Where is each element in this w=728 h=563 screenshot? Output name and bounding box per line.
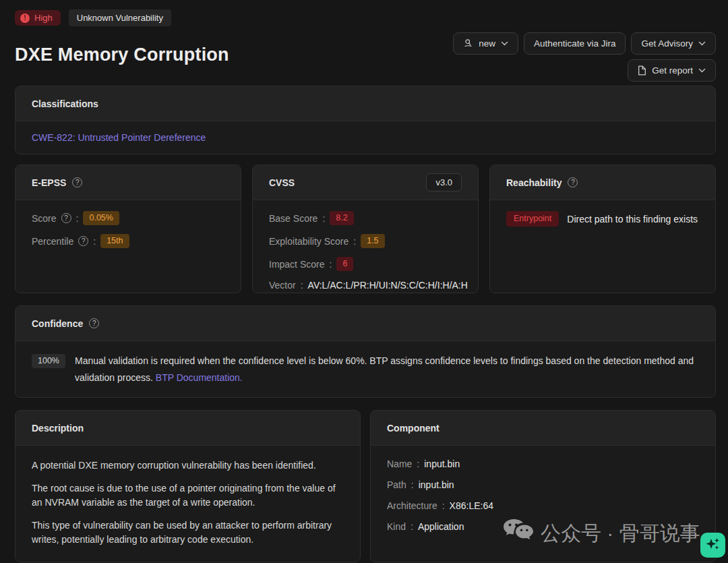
reachability-card: Reachability ? Entrypoint Direct path to… <box>489 165 716 293</box>
help-icon[interactable]: ? <box>72 177 82 187</box>
name-label: Name <box>387 458 412 469</box>
cvss-base-row: Base Score : 8.2 <box>269 211 462 225</box>
cvss-impact-row: Impact Score : 6 <box>269 257 462 271</box>
component-architecture-row: Architecture: X86:LE:64 <box>387 500 699 511</box>
classifications-card: Classifications CWE-822: Untrusted Point… <box>15 86 716 154</box>
action-buttons-row-2: Get report <box>628 59 716 82</box>
vector-value: AV:L/AC:L/PR:H/UI:N/S:C/C:H/I:H/A:H <box>308 280 468 291</box>
help-icon[interactable]: ? <box>78 236 88 246</box>
description-paragraph: A potential DXE memory corruption vulner… <box>32 458 344 473</box>
kind-value: Application <box>418 521 464 532</box>
entrypoint-badge: Entrypoint <box>506 211 559 227</box>
name-value: input.bin <box>424 458 460 469</box>
classifications-body: CWE-822: Untrusted Pointer Dereference <box>16 121 715 154</box>
eepss-body: Score ? : 0.05% Percentile ? : 15th <box>16 200 241 259</box>
base-score-badge: 8.2 <box>330 211 353 225</box>
impact-score-label: Impact Score <box>269 259 324 270</box>
colon: : <box>411 479 414 490</box>
vector-label: Vector <box>269 280 296 291</box>
path-label: Path <box>387 479 406 490</box>
score-cards-row: E-EPSS ? Score ? : 0.05% Percentile ? : … <box>15 165 716 293</box>
eepss-title: E-EPSS <box>32 177 66 188</box>
component-name-row: Name: input.bin <box>387 458 699 469</box>
reachability-header: Reachability ? <box>490 165 715 200</box>
help-icon[interactable]: ? <box>89 318 99 328</box>
colon: : <box>417 458 419 469</box>
architecture-label: Architecture <box>387 500 437 511</box>
classifications-header: Classifications <box>16 86 715 121</box>
assistant-fab-button[interactable] <box>700 533 725 558</box>
cvss-vector-row: Vector : AV:L/AC:L/PR:H/UI:N/S:C/C:H/I:H… <box>269 280 462 291</box>
confidence-card: Confidence ? 100% Manual validation is r… <box>15 305 716 398</box>
eepss-score-row: Score ? : 0.05% <box>32 211 224 225</box>
component-header: Component <box>371 411 715 446</box>
percentile-label: Percentile <box>32 236 73 247</box>
description-paragraph: The root cause is due to the use of a po… <box>32 481 344 510</box>
description-title: Description <box>32 423 84 434</box>
btp-documentation-link[interactable]: BTP Documentation. <box>156 372 243 383</box>
description-card: Description A potential DXE memory corru… <box>15 410 361 562</box>
component-title: Component <box>387 423 439 434</box>
vulnerability-detail-page: ! High Unknown Vulnerability DXE Memory … <box>0 0 728 563</box>
colon: : <box>76 213 79 224</box>
eepss-percentile-row: Percentile ? : 15th <box>32 234 224 248</box>
action-buttons: new Authenticate via Jira Get Advisory <box>453 32 716 82</box>
cvss-version-selector[interactable]: v3.0 <box>426 173 462 191</box>
document-icon <box>638 65 646 76</box>
action-buttons-row-1: new Authenticate via Jira Get Advisory <box>453 32 716 55</box>
severity-badge: ! High <box>15 10 61 26</box>
impact-score-badge: 6 <box>336 257 353 271</box>
score-value-badge: 0.05% <box>83 211 119 225</box>
status-pin-icon <box>463 38 473 49</box>
colon: : <box>322 213 325 224</box>
detail-cards-row: Description A potential DXE memory corru… <box>15 410 716 562</box>
chevron-down-icon <box>698 68 706 73</box>
get-advisory-button[interactable]: Get Advisory <box>631 32 716 55</box>
colon: : <box>411 521 413 532</box>
vulnerability-type-tag: Unknown Vulnerability <box>69 9 171 26</box>
score-label: Score <box>32 213 57 224</box>
chevron-down-icon <box>698 41 706 46</box>
description-header: Description <box>16 411 360 446</box>
get-advisory-label: Get Advisory <box>641 38 693 49</box>
chevron-down-icon <box>501 41 508 46</box>
base-score-label: Base Score <box>269 213 317 224</box>
exclamation-circle-icon: ! <box>20 13 30 23</box>
confidence-title: Confidence <box>32 318 83 329</box>
status-dropdown-label: new <box>479 38 495 49</box>
cvss-header: CVSS v3.0 <box>253 165 478 200</box>
confidence-value-badge: 100% <box>32 354 65 368</box>
reachability-title: Reachability <box>506 177 562 188</box>
exploitability-score-badge: 1.5 <box>361 234 384 248</box>
component-card: Component Name: input.bin Path: input.bi… <box>370 410 716 562</box>
help-icon[interactable]: ? <box>61 213 71 223</box>
cvss-body: Base Score : 8.2 Exploitability Score : … <box>253 200 478 293</box>
cvss-title: CVSS <box>269 177 295 188</box>
colon: : <box>442 500 445 511</box>
eepss-card: E-EPSS ? Score ? : 0.05% Percentile ? : … <box>15 165 241 293</box>
reachability-row: Entrypoint Direct path to this finding e… <box>506 211 699 227</box>
confidence-header: Confidence ? <box>16 306 715 341</box>
get-report-label: Get report <box>652 65 693 76</box>
component-path-row: Path: input.bin <box>387 479 699 490</box>
reachability-text: Direct path to this finding exists <box>567 214 698 225</box>
path-value: input.bin <box>419 479 454 490</box>
description-paragraph: This type of vulnerability can be used b… <box>32 518 344 547</box>
status-dropdown-button[interactable]: new <box>453 32 518 55</box>
authenticate-jira-button[interactable]: Authenticate via Jira <box>524 32 626 55</box>
cwe-link[interactable]: CWE-822: Untrusted Pointer Dereference <box>32 132 206 143</box>
confidence-body: 100% Manual validation is required when … <box>16 341 715 397</box>
cvss-exploitability-row: Exploitability Score : 1.5 <box>269 234 462 248</box>
architecture-value: X86:LE:64 <box>450 500 493 511</box>
authenticate-jira-label: Authenticate via Jira <box>534 38 616 49</box>
colon: : <box>301 280 303 291</box>
description-body: A potential DXE memory corruption vulner… <box>16 446 360 560</box>
component-body: Name: input.bin Path: input.bin Architec… <box>371 446 715 555</box>
colon: : <box>329 259 332 270</box>
help-icon[interactable]: ? <box>568 177 578 187</box>
cvss-card: CVSS v3.0 Base Score : 8.2 Exploitabilit… <box>252 165 479 293</box>
percentile-value-badge: 15th <box>100 234 129 248</box>
classifications-title: Classifications <box>32 98 98 109</box>
get-report-button[interactable]: Get report <box>628 59 716 82</box>
exploitability-score-label: Exploitability Score <box>269 236 348 247</box>
